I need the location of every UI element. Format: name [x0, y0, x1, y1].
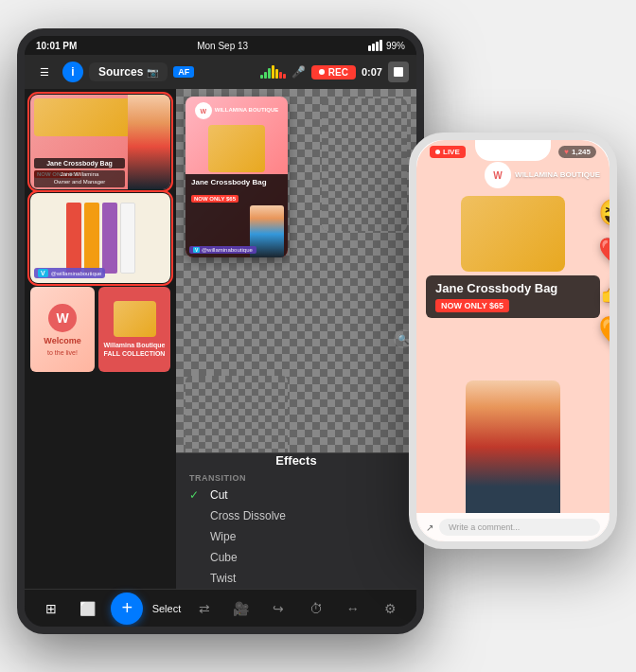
phone-viewer-count: ♥ 1,245 — [558, 146, 596, 158]
welcome-sub: to the live! — [47, 349, 78, 356]
effect-cut[interactable]: ✓ Cut — [176, 485, 416, 505]
phone-product-price: NOW ONLY $65 — [435, 299, 509, 312]
phone-notch — [475, 140, 551, 161]
phone: LIVE ♥ 1,245 W WILLAMINA BOUTIQUE Jane C… — [409, 133, 617, 549]
sources-label: Sources — [98, 65, 143, 79]
source-row-bottom: W Welcome to the live! Willamina Boutiqu… — [30, 287, 170, 372]
bc-bag — [208, 125, 265, 172]
phone-comment-input[interactable]: Write a comment... — [439, 519, 600, 536]
phone-product-card: Jane Crossbody Bag NOW ONLY $65 — [426, 275, 600, 318]
preview-area: W WILLAMINA BOUTIQUE Jane Crossbody Bag … — [176, 89, 416, 589]
phone-brand-logo: W — [485, 162, 511, 188]
phone-brand-name: WILLAMINA BOUTIQUE — [515, 170, 600, 180]
bc-product-title: Jane Crossbody Bag — [191, 178, 282, 187]
af-badge: AF — [173, 66, 194, 78]
main-content: Jane Crossbody Bag NOW ONLY $65 Jane Wil… — [25, 89, 416, 589]
menu-button[interactable]: ☰ — [32, 60, 57, 84]
status-bar: 10:01 PM Mon Sep 13 99% — [25, 36, 416, 55]
welcome-text: Welcome — [44, 336, 80, 345]
reaction-heart-pink: 🧡 — [598, 313, 617, 351]
effect-twist[interactable]: Twist — [176, 568, 416, 589]
source-item-welcome[interactable]: W Welcome to the live! — [30, 287, 95, 372]
effects-title: Effects — [176, 453, 416, 468]
broadcast-card: W WILLAMINA BOUTIQUE Jane Crossbody Bag … — [186, 97, 288, 257]
timer-display: 0:07 — [362, 66, 382, 78]
info-button[interactable]: i — [62, 62, 83, 82]
battery-level: 99% — [386, 41, 405, 51]
flip-button[interactable]: ↔ — [339, 594, 367, 623]
add-button[interactable]: + — [111, 592, 143, 625]
caption-button[interactable]: ⬜ — [74, 594, 102, 623]
status-date: Mon Sep 13 — [197, 41, 248, 51]
phone-person-img — [466, 380, 560, 513]
effects-list: ✓ Cut Cross Dissolve Wipe — [176, 485, 416, 589]
timer-button[interactable]: ⏱ — [302, 594, 330, 623]
bc-title-section: Jane Crossbody Bag NOW ONLY $65 V @willa… — [186, 174, 288, 257]
status-time: 10:01 PM — [36, 41, 77, 51]
source-item-clothing[interactable]: V @willaminaboutique — [30, 193, 170, 283]
phone-live-badge: LIVE — [430, 146, 466, 158]
check-icon: ✓ — [189, 488, 203, 502]
transition-label: TRANSITION — [176, 473, 416, 483]
grid-button[interactable]: ⊞ — [37, 594, 65, 623]
boutique-text: Willamina BoutiqueFALL COLLECTION — [104, 341, 166, 358]
scene: 10:01 PM Mon Sep 13 99% ☰ i Sourc — [0, 0, 636, 672]
phone-brand-row: W WILLAMINA BOUTIQUE — [416, 162, 610, 192]
bottom-toolbar: ⊞ ⬜ + Select ⇄ 🎥 ↪ ⏱ ↔ ⚙ — [25, 589, 416, 627]
source-item-boutique[interactable]: Willamina BoutiqueFALL COLLECTION — [98, 287, 170, 372]
stop-button[interactable] — [388, 62, 409, 82]
output-button[interactable]: ↪ — [264, 594, 292, 623]
bc-logo: W — [195, 102, 212, 119]
tablet: 10:01 PM Mon Sep 13 99% ☰ i Sourc — [17, 28, 424, 634]
reaction-wink: 😜 — [598, 197, 617, 228]
settings-button[interactable]: ⚙ — [376, 594, 404, 623]
bc-watermark: V @willaminaboutique — [189, 246, 256, 254]
bc-brand: WILLAMINA BOUTIQUE — [215, 107, 278, 114]
reaction-heart-red: ❤️ — [598, 236, 617, 267]
effects-panel: Effects TRANSITION ✓ Cut Cross Dissolve — [176, 452, 416, 589]
effect-wipe[interactable]: Wipe — [176, 526, 416, 547]
reaction-thumbs-up: 👍 — [598, 274, 617, 306]
camera-button[interactable]: 🎥 — [227, 594, 256, 623]
effect-cube[interactable]: Cube — [176, 547, 416, 568]
effect-cross-dissolve[interactable]: Cross Dissolve — [176, 505, 416, 526]
top-toolbar: ☰ i Sources 📷 AF 🎤 — [25, 55, 416, 89]
select-button[interactable]: Select — [152, 603, 182, 614]
source-panel: Jane Crossbody Bag NOW ONLY $65 Jane Wil… — [25, 89, 176, 589]
sources-title: Sources 📷 — [89, 62, 168, 81]
phone-product-area: Jane Crossbody Bag NOW ONLY $65 — [416, 192, 610, 513]
reaction-emojis: 😜 ❤️ 👍 🧡 — [598, 197, 617, 351]
preview-slot-top-right — [322, 98, 407, 231]
phone-person — [466, 380, 560, 513]
welcome-logo: W — [48, 304, 77, 332]
source-item-bag[interactable]: Jane Crossbody Bag NOW ONLY $65 Jane Wil… — [30, 95, 170, 189]
rec-label: REC — [328, 67, 348, 78]
audio-bars — [260, 65, 286, 79]
phone-share-icon[interactable]: ↗ — [426, 522, 433, 533]
phone-bottom-bar: ↗ Write a comment... — [416, 513, 610, 541]
transition-button[interactable]: ⇄ — [190, 594, 219, 623]
rec-badge: REC — [311, 65, 356, 80]
bc-product-price: NOW ONLY $65 — [191, 195, 238, 203]
phone-product-name: Jane Crossbody Bag — [435, 281, 591, 295]
phone-bag-img — [461, 196, 565, 272]
